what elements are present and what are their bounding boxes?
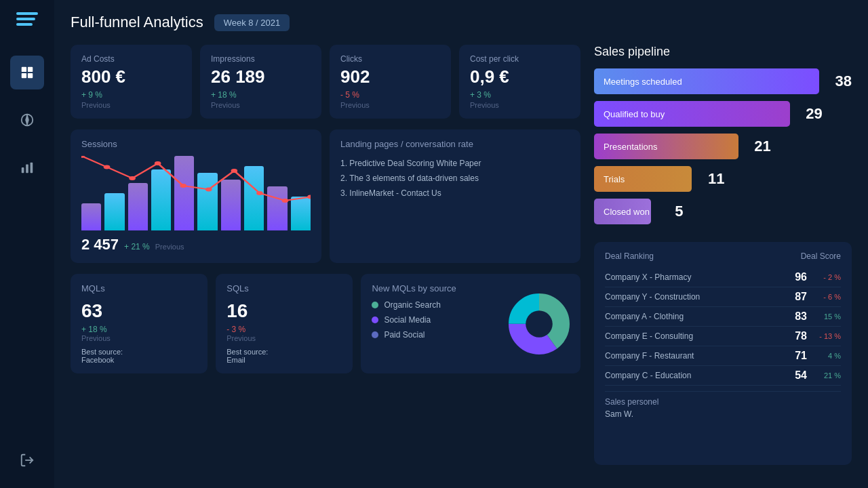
svg-rect-9 [22, 167, 24, 173]
legend-social: Social Media [372, 315, 498, 325]
pipeline-count-presentations: 21 [747, 138, 771, 155]
paid-dot [372, 331, 378, 338]
bar-item [174, 156, 194, 230]
social-dot [372, 317, 378, 323]
sessions-title: Sessions [81, 139, 311, 149]
kpi-ad-costs: Ad Costs 800 € + 9 % Previous [71, 45, 192, 119]
kpi-cpc-change: + 3 % [470, 90, 570, 100]
deal-row-0: Company X - Pharmacy 96 - 2 % [605, 268, 841, 287]
sessions-card: Sessions 2 457 + 21 % Previous [71, 129, 321, 263]
svg-rect-3 [22, 67, 26, 72]
bottom-row: MQLs 63 + 18 % Previous Best source: Fac… [71, 274, 580, 373]
pipeline-count-meetings: 38 [827, 73, 852, 90]
kpi-ad-costs-value: 800 € [81, 66, 181, 87]
mqls-card: MQLs 63 + 18 % Previous Best source: Fac… [71, 274, 208, 373]
left-column: Ad Costs 800 € + 9 % Previous Impression… [71, 45, 580, 465]
kpi-clicks-value: 902 [340, 66, 440, 87]
kpi-cpc-label: Cost per click [470, 54, 570, 64]
kpi-clicks-prev: Previous [340, 101, 440, 109]
main-content: Full-funnel Analytics Week 8 / 2021 Ad C… [54, 0, 868, 488]
list-item: 3. InlineMarket - Contact Us [340, 186, 570, 201]
deal-company-2: Company A - Clothing [605, 312, 684, 321]
landing-pages-card: Landing pages / conversation rate 1. Pre… [330, 129, 580, 263]
sales-person-name: Sam W. [605, 409, 841, 419]
pie-chart [509, 293, 570, 354]
pipeline-count-trials: 11 [700, 170, 724, 188]
kpi-ad-costs-prev: Previous [81, 101, 181, 109]
deal-ranking-label: Deal Ranking [605, 251, 654, 261]
deal-company-3: Company E - Consulting [605, 331, 693, 341]
week-badge: Week 8 / 2021 [214, 14, 290, 31]
kpi-cost-per-click: Cost per click 0,9 € + 3 % Previous [459, 45, 580, 119]
bar-item [128, 183, 148, 230]
kpi-ad-costs-label: Ad Costs [81, 54, 181, 64]
bar-item [81, 203, 101, 230]
svg-rect-5 [22, 73, 26, 78]
sessions-value: 2 457 [81, 236, 119, 253]
kpi-row: Ad Costs 800 € + 9 % Previous Impression… [71, 45, 580, 119]
deal-company-0: Company X - Pharmacy [605, 272, 691, 282]
deal-score-5: 54 [795, 369, 807, 382]
pipeline-row-1: Qualified to buy 29 [594, 101, 852, 127]
deal-right-3: 78 - 13 % [795, 330, 841, 342]
sessions-chart [81, 156, 311, 230]
svg-rect-11 [31, 163, 33, 174]
bar-item [267, 186, 287, 230]
sqls-prev: Previous [226, 334, 342, 342]
mqls-change: + 18 % [81, 325, 197, 334]
sidebar-item-dashboard[interactable] [10, 56, 44, 89]
mid-row: Sessions 2 457 + 21 % Previous Landin [71, 129, 580, 263]
deal-row-4: Company F - Restaurant 71 4 % [605, 346, 841, 366]
kpi-impressions: Impressions 26 189 + 18 % Previous [200, 45, 321, 119]
bar-item [291, 197, 311, 230]
deal-right-1: 87 - 6 % [795, 291, 841, 303]
deal-right-0: 96 - 2 % [795, 271, 841, 283]
deal-change-5: 21 % [814, 371, 841, 380]
sidebar-item-analytics[interactable] [10, 150, 44, 184]
sessions-change: + 21 % [124, 242, 150, 251]
pipeline-row-3: Trials 11 [594, 166, 852, 192]
sqls-change: - 3 % [226, 325, 342, 334]
right-panel: Sales pipeline Meetings scheduled 38 Qua… [594, 45, 852, 465]
landing-pages-title: Landing pages / conversation rate [340, 139, 570, 149]
content-grid: Ad Costs 800 € + 9 % Previous Impression… [71, 45, 852, 465]
deal-change-4: 4 % [814, 352, 841, 360]
svg-rect-0 [16, 12, 38, 15]
deal-row-5: Company C - Education 54 21 % [605, 366, 841, 386]
page-title: Full-funnel Analytics [71, 14, 203, 31]
deal-change-3: - 13 % [814, 332, 841, 340]
organic-dot [372, 302, 378, 308]
kpi-impressions-change: + 18 % [211, 90, 311, 100]
pipeline-bar-meetings: Meetings scheduled [594, 68, 819, 94]
new-mqls-title: New MQLs by source [372, 283, 498, 293]
pipeline-row-4: Closed won 5 [594, 199, 852, 224]
svg-rect-2 [16, 23, 33, 26]
pipeline-bar-trials: Trials [594, 166, 692, 192]
pipeline-count-qualified: 29 [798, 105, 823, 123]
social-label: Social Media [384, 315, 431, 325]
sales-personel-title: Sales personel [605, 397, 841, 407]
deal-score-4: 71 [795, 350, 807, 362]
pipeline-title: Sales pipeline [594, 45, 852, 59]
deal-change-1: - 6 % [814, 293, 841, 301]
sessions-bars [81, 156, 311, 230]
sessions-prev: Previous [155, 243, 184, 251]
sidebar [0, 0, 54, 488]
deal-row-1: Company Y - Construction 87 - 6 % [605, 287, 841, 307]
deal-score-3: 78 [795, 330, 807, 342]
deal-score-0: 96 [795, 271, 807, 283]
bar-item [151, 169, 171, 230]
deal-right-5: 54 21 % [795, 369, 841, 382]
list-item: 1. Predictive Deal Scoring White Paper [340, 156, 570, 171]
deal-row-2: Company A - Clothing 83 15 % [605, 307, 841, 327]
sidebar-item-logout[interactable] [10, 443, 44, 477]
deal-divider [605, 391, 841, 392]
mqls-best-source: Best source: Facebook [81, 348, 197, 364]
kpi-impressions-value: 26 189 [211, 66, 311, 87]
pipeline-section: Sales pipeline Meetings scheduled 38 Qua… [594, 45, 852, 231]
sidebar-item-compass[interactable] [10, 103, 44, 137]
deal-header: Deal Ranking Deal Score [605, 251, 841, 261]
legend-paid: Paid Social [372, 330, 498, 340]
kpi-ad-costs-change: + 9 % [81, 90, 181, 100]
deal-company-1: Company Y - Construction [605, 292, 700, 302]
